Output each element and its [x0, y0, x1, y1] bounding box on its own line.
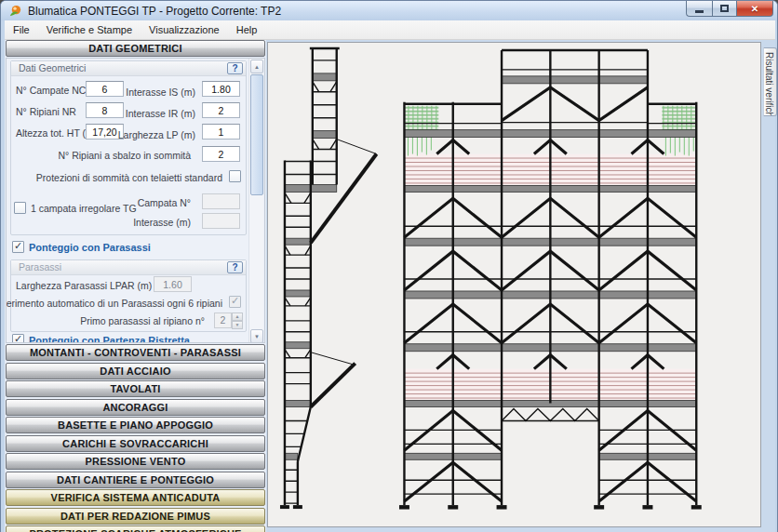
- spinner-up-icon[interactable]: ▲: [232, 313, 243, 321]
- scrollbar-thumb[interactable]: [250, 74, 263, 195]
- close-button[interactable]: ✕: [737, 1, 773, 17]
- check-icon: ✓: [230, 296, 240, 306]
- caption-buttons: ✕: [686, 1, 773, 17]
- tab-risultati-verifiche[interactable]: Risultati verifiche: [763, 47, 777, 116]
- interasse-is-label: Interasse IS (m): [126, 86, 195, 98]
- front-elevation: [399, 50, 702, 510]
- campata-n-label: Campata N°: [138, 197, 191, 208]
- scroll-up-icon[interactable]: ▲: [250, 60, 263, 73]
- campata-irregolare-label: 1 campata irregolare TG: [31, 203, 137, 214]
- group-dati-geometrici-header: Dati Geometrici ?: [11, 61, 246, 76]
- parasassi-canopy-lower: [311, 352, 355, 407]
- title-bar: Blumatica PONTEGGI TP - Progetto Corrent…: [1, 1, 778, 20]
- section-dati-geometrici[interactable]: DATI GEOMETRICI: [6, 40, 265, 57]
- campate-label: N° Campate NC: [16, 85, 86, 96]
- section-protezione-scariche-atmosferiche[interactable]: PROTEZIONE SCARICHE ATMOSFERICHE: [6, 525, 265, 532]
- tab-risultati-verifiche-label: Risultati verifiche: [764, 48, 774, 116]
- sidebar: DATI GEOMETRICI Dati Geometrici ? N° Cam…: [5, 40, 266, 532]
- section-dati-cantiere-e-ponteggio[interactable]: DATI CANTIERE E PONTEGGIO: [6, 472, 265, 488]
- ripiani-input[interactable]: [86, 102, 124, 118]
- interasse-ir-input[interactable]: [202, 102, 240, 118]
- section-dati-acciaio[interactable]: DATI ACCIAIO: [6, 363, 265, 379]
- campate-input[interactable]: [86, 81, 124, 97]
- larghezza-label: Larghezza LP (m): [118, 129, 195, 140]
- protezioni-checkbox[interactable]: [229, 170, 241, 182]
- help-button[interactable]: ?: [227, 261, 243, 273]
- primo-parasassi-label: Primo parasassi al ripiano n°: [80, 315, 205, 326]
- section-verifica-sistema-anticaduta[interactable]: VERIFICA SISTEMA ANTICADUTA: [6, 489, 265, 506]
- parasassi-checkbox[interactable]: ✓: [12, 241, 24, 253]
- menu-visualizzazione[interactable]: Visualizzazione: [141, 21, 228, 38]
- interasse-m-input[interactable]: [202, 213, 240, 229]
- spinner-down-icon[interactable]: ▼: [232, 321, 243, 329]
- drawing-canvas[interactable]: [267, 42, 761, 527]
- window-title: Blumatica PONTEGGI TP - Progetto Corrent…: [28, 5, 281, 18]
- client-area: DATI GEOMETRICI Dati Geometrici ? N° Cam…: [5, 40, 775, 532]
- campata-irregolare-checkbox[interactable]: [14, 202, 26, 214]
- section-montanti-controventi-parasassi[interactable]: MONTANTI - CONTROVENTI - PARASASSI: [6, 344, 265, 361]
- check-icon: ✓: [13, 241, 23, 251]
- minimize-button[interactable]: [686, 1, 712, 17]
- help-button[interactable]: ?: [227, 62, 243, 74]
- minimize-icon: [695, 10, 704, 13]
- sbalzo-input[interactable]: [202, 146, 240, 162]
- group-title: Parasassi: [19, 261, 61, 273]
- section-pressione-vento[interactable]: PRESSIONE VENTO: [6, 453, 265, 470]
- maximize-icon: [720, 5, 729, 12]
- menu-file[interactable]: File: [5, 21, 38, 38]
- section-carichi-e-sovraccarichi[interactable]: CARICHI E SOVRACCARICHI: [6, 435, 265, 452]
- accordion: MONTANTI - CONTROVENTI - PARASASSI DATI …: [6, 344, 265, 532]
- spinner-value: 2: [214, 313, 232, 328]
- scaffold-drawing: [268, 43, 760, 526]
- inserimento-auto-label: Inserimento automatico di un Parasassi o…: [6, 298, 222, 309]
- partenza-ristretta-checkbox[interactable]: ✓: [12, 334, 24, 343]
- primo-parasassi-spinner[interactable]: 2 ▲ ▼: [214, 313, 243, 328]
- section-tavolati[interactable]: TAVOLATI: [6, 380, 265, 397]
- parasassi-checkbox-label: Ponteggio con Parasassi: [29, 242, 151, 253]
- app-window: Blumatica PONTEGGI TP - Progetto Corrent…: [0, 0, 778, 532]
- larghezza-parasassi-input[interactable]: [154, 276, 192, 292]
- maximize-button[interactable]: [712, 1, 737, 17]
- sbalzo-label: N° Ripiani a sbalzo in sommità: [58, 150, 191, 161]
- menu-verifiche-e-stampe[interactable]: Verifiche e Stampe: [38, 21, 141, 38]
- protezioni-label: Protezioni di sommità con telaietti stan…: [36, 172, 222, 183]
- partenza-ristretta-label: Ponteggio con Partenza Ristretta: [29, 335, 190, 343]
- app-icon: [8, 4, 22, 18]
- menu-bar: File Verifiche e Stampe Visualizzazione …: [5, 20, 775, 40]
- group-title: Dati Geometrici: [19, 62, 86, 73]
- close-icon: ✕: [751, 4, 758, 14]
- scroll-down-icon[interactable]: ▼: [250, 329, 263, 343]
- interasse-is-input[interactable]: [202, 81, 240, 97]
- check-icon: ✓: [13, 334, 23, 343]
- section-dati-per-redazione-pimus[interactable]: DATI PER REDAZIONE PIMUS: [6, 508, 265, 525]
- ripiani-label: N° Ripiani NR: [16, 106, 76, 117]
- section-basette-e-piano-appoggio[interactable]: BASETTE E PIANO APPOGGIO: [6, 417, 265, 433]
- panel-scrollbar[interactable]: ▲ ▼: [248, 59, 263, 343]
- menu-help[interactable]: Help: [228, 21, 266, 38]
- interasse-ir-label: Interasse IR (m): [126, 108, 195, 119]
- group-parasassi-header: Parasassi ?: [11, 260, 246, 275]
- section-ancoraggi[interactable]: ANCORAGGI: [6, 399, 265, 416]
- interasse-m-label: Interasse (m): [133, 217, 191, 228]
- campata-n-input[interactable]: [202, 193, 240, 209]
- passage-girder: [502, 408, 599, 420]
- larghezza-parasassi-label: Larghezza Parasassi LPAR (m): [16, 280, 152, 291]
- inserimento-auto-checkbox[interactable]: ✓: [229, 296, 241, 308]
- dati-geometrici-panel: Dati Geometrici ? N° Campate NC Interass…: [6, 58, 265, 343]
- side-elevation: [280, 48, 377, 509]
- larghezza-input[interactable]: [202, 124, 240, 140]
